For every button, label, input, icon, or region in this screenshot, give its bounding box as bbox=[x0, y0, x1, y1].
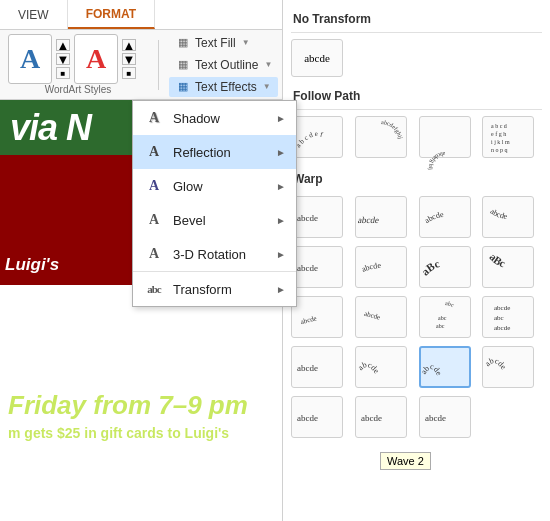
wordart-label: WordArt Styles bbox=[45, 84, 112, 95]
menu-item-bevel[interactable]: A Bevel ► bbox=[133, 203, 296, 237]
warp-item-last2[interactable]: abcde bbox=[355, 396, 407, 438]
svg-text:aBc: aBc bbox=[488, 251, 508, 270]
wordart-preview: A ▲ ▼ ■ A ▲ ▼ ■ bbox=[8, 34, 136, 84]
no-transform-item[interactable]: abcde bbox=[291, 39, 343, 77]
expand-button[interactable]: ■ bbox=[56, 67, 70, 79]
svg-text:abc: abc bbox=[436, 323, 445, 329]
warp-item-bold-arc[interactable]: aBc bbox=[419, 246, 471, 288]
warp-item-normal1[interactable]: abcde bbox=[291, 196, 343, 238]
wordart-sample-blue[interactable]: A bbox=[8, 34, 52, 84]
svg-text:abcde: abcde bbox=[363, 310, 381, 322]
warp-grid-row4: abcde abcde abcde abcde bbox=[291, 346, 542, 388]
svg-text:abcde: abcde bbox=[357, 215, 380, 225]
svg-text:abcde: abcde bbox=[360, 261, 381, 274]
warp-section: Warp abcde abcde abcde abcde bbox=[291, 166, 542, 438]
svg-text:abcde: abcde bbox=[297, 363, 318, 373]
follow-path-vert[interactable]: a b c d e f g h i j k l m n o p q bbox=[482, 116, 534, 158]
svg-text:e f g h: e f g h bbox=[491, 131, 506, 137]
svg-text:a b c d: a b c d bbox=[491, 123, 507, 129]
slide-subtitle-sub: m gets $25 in gift cards to Luigi's bbox=[8, 425, 276, 441]
arrow-up[interactable]: ▲ bbox=[56, 39, 70, 51]
text-outline-button[interactable]: ▦ Text Outline ▼ bbox=[169, 55, 278, 75]
warp-item-normal2[interactable]: abcde bbox=[291, 246, 343, 288]
glow-arrow: ► bbox=[276, 181, 286, 192]
bevel-arrow: ► bbox=[276, 215, 286, 226]
no-transform-title: No Transform bbox=[291, 8, 542, 33]
text-effects-arrow: ▼ bbox=[263, 82, 271, 91]
wordart-sample-red[interactable]: A bbox=[74, 34, 118, 84]
menu-item-3d-rotation[interactable]: A 3-D Rotation ► bbox=[133, 237, 296, 271]
slide-title: via N bbox=[10, 107, 91, 149]
svg-text:i j k l m: i j k l m bbox=[491, 139, 510, 145]
divider1 bbox=[158, 40, 159, 90]
arrow-up2[interactable]: ▲ bbox=[122, 39, 136, 51]
transform-label: Transform bbox=[173, 282, 232, 297]
reflection-icon: A bbox=[143, 141, 165, 163]
tab-view[interactable]: VIEW bbox=[0, 0, 68, 29]
text-outline-label: Text Outline bbox=[195, 58, 258, 72]
text-effects-icon: ▦ bbox=[175, 79, 191, 95]
warp-grid-row5: abcde abcde abcde bbox=[291, 396, 542, 438]
arrow-down[interactable]: ▼ bbox=[56, 53, 70, 65]
svg-text:aBc: aBc bbox=[418, 257, 440, 277]
slide-subtitle-main: Friday from 7–9 pm bbox=[8, 390, 276, 421]
text-fill-label: Text Fill bbox=[195, 36, 236, 50]
shadow-icon: A bbox=[143, 107, 165, 129]
3d-rotation-icon: A bbox=[143, 243, 165, 265]
bevel-icon: A bbox=[143, 209, 165, 231]
warp-title: Warp bbox=[291, 166, 542, 192]
warp-item-last1[interactable]: abcde bbox=[291, 396, 343, 438]
warp-item-normal3[interactable]: abcde bbox=[291, 346, 343, 388]
transform-icon: abc bbox=[143, 278, 165, 300]
text-outline-arrow: ▼ bbox=[264, 60, 272, 69]
follow-path-circle[interactable]: abcdefghij bbox=[355, 116, 407, 158]
follow-path-circle2[interactable]: abcdefg hij bbox=[419, 116, 471, 158]
follow-path-section: Follow Path a b c d e f abcdefghij bbox=[291, 85, 542, 158]
svg-text:abc: abc bbox=[438, 315, 447, 321]
svg-text:abcde: abcde bbox=[425, 413, 446, 423]
menu-item-transform[interactable]: abc Transform ► bbox=[133, 271, 296, 306]
warp-item-wave1[interactable]: abcde bbox=[355, 346, 407, 388]
svg-text:a b c d e f: a b c d e f bbox=[294, 130, 324, 149]
menu-item-shadow[interactable]: A Shadow ► bbox=[133, 101, 296, 135]
svg-text:abc: abc bbox=[444, 300, 455, 308]
svg-text:abcde: abcde bbox=[494, 324, 510, 332]
warp-item-last3[interactable]: abcde bbox=[419, 396, 471, 438]
menu-item-reflection[interactable]: A Reflection ► bbox=[133, 135, 296, 169]
warp-item-circle-abc[interactable]: abc abc abc bbox=[419, 296, 471, 338]
warp-item-slight-arc[interactable]: abcde bbox=[355, 246, 407, 288]
follow-path-grid: a b c d e f abcdefghij abcdefg h bbox=[291, 116, 542, 158]
tab-format[interactable]: FORMAT bbox=[68, 0, 155, 29]
warp-item-slant[interactable]: abcde bbox=[355, 196, 407, 238]
warp-panel: No Transform abcde Follow Path a b c d e… bbox=[282, 0, 550, 521]
shadow-label: Shadow bbox=[173, 111, 220, 126]
no-transform-text: abcde bbox=[304, 52, 330, 64]
reflection-arrow: ► bbox=[276, 147, 286, 158]
warp-item-fan-up[interactable]: abcde bbox=[355, 296, 407, 338]
glow-icon: A bbox=[143, 175, 165, 197]
warp-item-bold-arc2[interactable]: aBc bbox=[482, 246, 534, 288]
warp-item-stack[interactable]: abcde abc abcde bbox=[482, 296, 534, 338]
warp-item-wave2[interactable]: abcde bbox=[419, 346, 471, 388]
svg-text:abcdefghij: abcdefghij bbox=[381, 119, 404, 140]
text-effects-button[interactable]: ▦ Text Effects ▼ bbox=[169, 77, 278, 97]
svg-text:abcde: abcde bbox=[297, 263, 318, 273]
arrow-down2[interactable]: ▼ bbox=[122, 53, 136, 65]
text-fill-icon: ▦ bbox=[175, 35, 191, 51]
reflection-label: Reflection bbox=[173, 145, 231, 160]
warp-item-fan-down[interactable]: abcde bbox=[291, 296, 343, 338]
menu-item-glow[interactable]: A Glow ► bbox=[133, 169, 296, 203]
text-fill-button[interactable]: ▦ Text Fill ▼ bbox=[169, 33, 278, 53]
svg-text:abc: abc bbox=[494, 314, 504, 322]
glow-label: Glow bbox=[173, 179, 203, 194]
warp-item-arc-down[interactable]: abcde bbox=[482, 196, 534, 238]
expand-button2[interactable]: ■ bbox=[122, 67, 136, 79]
text-effects-label: Text Effects bbox=[195, 80, 257, 94]
no-transform-section: No Transform abcde bbox=[291, 8, 542, 77]
text-format-buttons: ▦ Text Fill ▼ ▦ Text Outline ▼ ▦ Text Ef… bbox=[169, 33, 278, 97]
svg-text:abcde: abcde bbox=[297, 413, 318, 423]
warp-item-arc-up[interactable]: abcde bbox=[419, 196, 471, 238]
text-fill-arrow: ▼ bbox=[242, 38, 250, 47]
warp-item-wave3[interactable]: abcde bbox=[482, 346, 534, 388]
follow-path-arch-up[interactable]: a b c d e f bbox=[291, 116, 343, 158]
